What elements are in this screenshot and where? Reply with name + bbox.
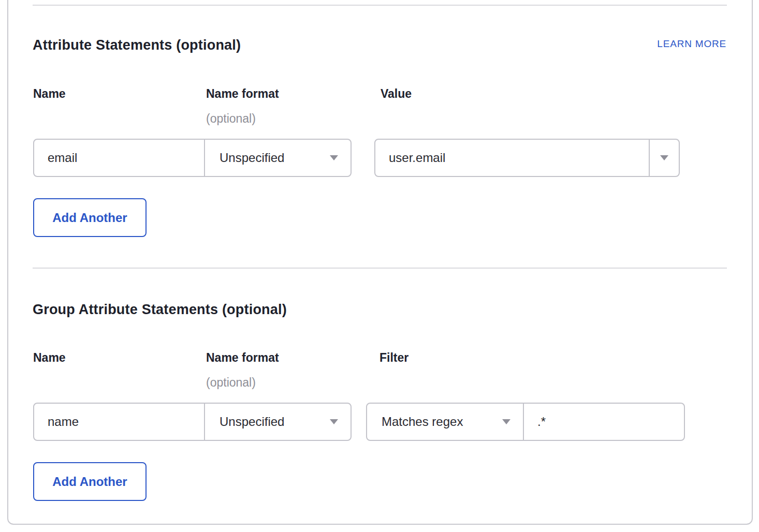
settings-card — [7, 0, 753, 525]
dropdown-arrow-icon — [330, 155, 338, 160]
add-another-group-attribute-button[interactable]: Add Another — [33, 462, 147, 501]
section-divider — [33, 5, 727, 6]
group-attr-name-format-group: Unspecified — [33, 403, 352, 441]
attr-value-dropdown-toggle[interactable] — [650, 140, 679, 176]
attr-name-column-label: Name — [33, 87, 66, 101]
group-attr-name-format-select[interactable]: Unspecified — [205, 404, 351, 440]
attribute-statements-heading: Attribute Statements (optional) — [33, 37, 241, 53]
dropdown-arrow-icon — [330, 419, 338, 424]
group-attr-name-format-optional-label: (optional) — [206, 376, 256, 390]
dropdown-arrow-icon — [660, 155, 668, 160]
group-attr-name-format-value: Unspecified — [220, 415, 284, 429]
attr-name-format-value: Unspecified — [220, 151, 284, 165]
page: Attribute Statements (optional) LEARN MO… — [0, 0, 759, 532]
group-attr-name-column-label: Name — [33, 351, 66, 365]
add-another-attribute-button[interactable]: Add Another — [33, 198, 147, 237]
attr-value-column-label: Value — [381, 87, 412, 101]
attr-name-format-optional-label: (optional) — [206, 112, 256, 126]
group-attr-name-input[interactable] — [34, 404, 204, 440]
attr-name-format-group: Unspecified — [33, 139, 352, 177]
attr-name-format-select[interactable]: Unspecified — [205, 140, 351, 176]
group-attr-filter-column-label: Filter — [380, 351, 408, 365]
group-attribute-statements-heading: Group Attribute Statements (optional) — [33, 302, 287, 318]
attr-name-input[interactable] — [34, 140, 204, 176]
group-attr-name-format-column-label: Name format — [206, 351, 279, 365]
learn-more-link[interactable]: LEARN MORE — [657, 38, 726, 50]
group-attr-filter-value: Matches regex — [382, 415, 463, 429]
attr-name-format-column-label: Name format — [206, 87, 279, 101]
group-attr-filter-select[interactable]: Matches regex — [367, 404, 523, 440]
section-divider — [33, 268, 727, 269]
dropdown-arrow-icon — [502, 419, 510, 424]
group-attr-filter-group: Matches regex — [366, 403, 685, 441]
attr-value-input[interactable] — [375, 140, 649, 176]
group-attr-filter-expression-input[interactable] — [524, 404, 684, 440]
attr-value-group — [374, 139, 680, 177]
